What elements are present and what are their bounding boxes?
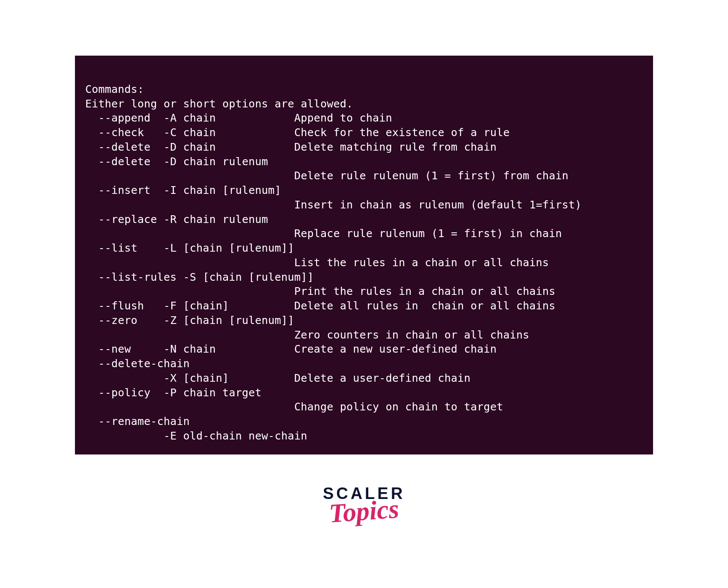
terminal-output: Commands: Either long or short options a…: [75, 56, 653, 454]
terminal-line: --rename-chain: [85, 415, 190, 428]
terminal-line: --delete -D chain Delete matching rule f…: [85, 141, 497, 153]
terminal-line: --insert -I chain [rulenum]: [85, 184, 281, 196]
terminal-line: --append -A chain Append to chain: [85, 112, 392, 124]
terminal-line: --delete-chain: [85, 357, 190, 370]
scaler-topics-logo: SCALER Topics: [313, 484, 415, 536]
terminal-header-commands: Commands:: [85, 83, 144, 95]
terminal-header-note: Either long or short options are allowed…: [85, 98, 353, 110]
terminal-line: Replace rule rulenum (1 = first) in chai…: [85, 227, 562, 240]
terminal-line: --check -C chain Check for the existence…: [85, 126, 510, 139]
terminal-line: Delete rule rulenum (1 = first) from cha…: [85, 169, 569, 182]
page-container: Commands: Either long or short options a…: [0, 0, 728, 588]
terminal-line: --list -L [chain [rulenum]]: [85, 242, 294, 254]
terminal-line: --new -N chain Create a new user-defined…: [85, 343, 497, 355]
terminal-line: --flush -F [chain] Delete all rules in c…: [85, 300, 555, 312]
logo-text-topics: Topics: [312, 493, 416, 530]
terminal-line: -E old-chain new-chain: [85, 430, 307, 442]
terminal-line: List the rules in a chain or all chains: [85, 256, 549, 269]
terminal-line: --policy -P chain target: [85, 386, 262, 399]
terminal-line: --zero -Z [chain [rulenum]]: [85, 314, 294, 327]
terminal-line: Change policy on chain to target: [85, 401, 503, 413]
terminal-line: -X [chain] Delete a user-defined chain: [85, 372, 471, 384]
terminal-line: --delete -D chain rulenum: [85, 155, 268, 168]
terminal-line: --list-rules -S [chain [rulenum]]: [85, 271, 314, 283]
terminal-line: Zero counters in chain or all chains: [85, 329, 529, 341]
terminal-line: --replace -R chain rulenum: [85, 213, 268, 226]
terminal-line: Insert in chain as rulenum (default 1=fi…: [85, 199, 582, 211]
terminal-line: Print the rules in a chain or all chains: [85, 285, 555, 297]
